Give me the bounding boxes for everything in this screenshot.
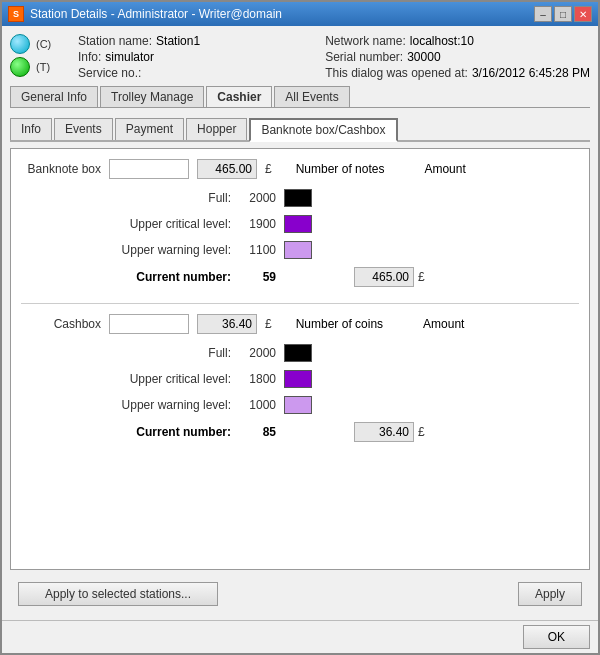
banknote-notes-header: Number of notes [296, 162, 385, 176]
station-name-label: Station name: [78, 34, 152, 48]
banknote-warning-label: Upper warning level: [21, 243, 231, 257]
banknote-current-value: 59 [231, 270, 276, 284]
cashbox-currency: £ [265, 317, 272, 331]
banknote-full-label: Full: [21, 191, 231, 205]
cashbox-critical-label: Upper critical level: [21, 372, 231, 386]
cashbox-amount-input[interactable] [197, 314, 257, 334]
cashbox-critical-row: Upper critical level: 1800 [21, 368, 579, 390]
minimize-button[interactable]: – [534, 6, 552, 22]
cashbox-critical-value: 1800 [231, 372, 276, 386]
cashbox-amount-header: Amount [423, 317, 464, 331]
dialog-opened-value: 3/16/2012 6:45:28 PM [472, 66, 590, 80]
cashbox-warning-color [284, 396, 312, 414]
banknote-section: Banknote box £ Number of notes Amount Fu… [21, 159, 579, 287]
banknote-critical-row: Upper critical level: 1900 [21, 213, 579, 235]
apply-button[interactable]: Apply [518, 582, 582, 606]
tab-payment[interactable]: Payment [115, 118, 184, 140]
banknote-warning-value: 1100 [231, 243, 276, 257]
banknote-amount-input[interactable] [197, 159, 257, 179]
tab-cashier[interactable]: Cashier [206, 86, 272, 107]
banknote-full-color [284, 189, 312, 207]
banknote-critical-color [284, 215, 312, 233]
cashbox-warning-value: 1000 [231, 398, 276, 412]
cashbox-warning-label: Upper warning level: [21, 398, 231, 412]
outer-tabs: General Info Trolley Manage Cashier All … [10, 86, 590, 108]
banknote-label: Banknote box [21, 162, 101, 176]
banknote-critical-value: 1900 [231, 217, 276, 231]
tab-info[interactable]: Info [10, 118, 52, 140]
bottom-buttons: Apply to selected stations... Apply [10, 576, 590, 612]
station-name-value: Station1 [156, 34, 200, 48]
maximize-button[interactable]: □ [554, 6, 572, 22]
network-name-label: Network name: [325, 34, 406, 48]
cashbox-full-label: Full: [21, 346, 231, 360]
info-label: Info: [78, 50, 101, 64]
cashbox-current-currency: £ [418, 425, 425, 439]
banknote-current-amount-input[interactable] [354, 267, 414, 287]
banknote-full-value: 2000 [231, 191, 276, 205]
tab-hopper[interactable]: Hopper [186, 118, 247, 140]
c-label: (C) [36, 38, 66, 50]
ok-button[interactable]: OK [523, 625, 590, 649]
close-button[interactable]: ✕ [574, 6, 592, 22]
cashbox-full-color [284, 344, 312, 362]
title-bar: S Station Details - Administrator - Writ… [2, 2, 598, 26]
app-icon: S [8, 6, 24, 22]
footer: OK [2, 620, 598, 653]
t-label: (T) [36, 61, 66, 73]
tab-general-info[interactable]: General Info [10, 86, 98, 107]
cashbox-section: Cashbox £ Number of coins Amount Full: 2… [21, 314, 579, 442]
cashbox-warning-row: Upper warning level: 1000 [21, 394, 579, 416]
banknote-name-input[interactable] [109, 159, 189, 179]
banknote-current-currency: £ [418, 270, 425, 284]
station-info-section: (C) (T) Station name: Station1 Info: sim… [10, 34, 590, 80]
cashbox-current-row: Current number: 85 £ [21, 422, 579, 442]
banknote-amount-header: Amount [424, 162, 465, 176]
cashbox-current-label: Current number: [21, 425, 231, 439]
banknote-warning-color [284, 241, 312, 259]
window-title: Station Details - Administrator - Writer… [30, 7, 282, 21]
main-window: S Station Details - Administrator - Writ… [0, 0, 600, 655]
banknote-current-label: Current number: [21, 270, 231, 284]
apply-all-button[interactable]: Apply to selected stations... [18, 582, 218, 606]
t-indicator [10, 57, 30, 77]
inner-tabs: Info Events Payment Hopper Banknote box/… [10, 118, 590, 142]
cashbox-critical-color [284, 370, 312, 388]
cashbox-label: Cashbox [21, 317, 101, 331]
serial-number-label: Serial number: [325, 50, 403, 64]
cashbox-coins-header: Number of coins [296, 317, 383, 331]
tab-trolley-manage[interactable]: Trolley Manage [100, 86, 204, 107]
dialog-opened-label: This dialog was opened at: [325, 66, 468, 80]
c-indicator [10, 34, 30, 54]
banknote-current-row: Current number: 59 £ [21, 267, 579, 287]
serial-number-value: 30000 [407, 50, 440, 64]
cashbox-current-value: 85 [231, 425, 276, 439]
info-value: simulator [105, 50, 154, 64]
cashbox-full-value: 2000 [231, 346, 276, 360]
banknote-currency: £ [265, 162, 272, 176]
banknote-full-row: Full: 2000 [21, 187, 579, 209]
tab-all-events[interactable]: All Events [274, 86, 349, 107]
network-name-value: localhost:10 [410, 34, 474, 48]
tab-events[interactable]: Events [54, 118, 113, 140]
main-panel: Banknote box £ Number of notes Amount Fu… [10, 148, 590, 570]
cashbox-full-row: Full: 2000 [21, 342, 579, 364]
section-divider [21, 303, 579, 304]
service-label: Service no.: [78, 66, 141, 80]
banknote-critical-label: Upper critical level: [21, 217, 231, 231]
banknote-warning-row: Upper warning level: 1100 [21, 239, 579, 261]
cashbox-current-amount-input[interactable] [354, 422, 414, 442]
tab-banknote-cashbox[interactable]: Banknote box/Cashbox [249, 118, 397, 142]
cashbox-name-input[interactable] [109, 314, 189, 334]
